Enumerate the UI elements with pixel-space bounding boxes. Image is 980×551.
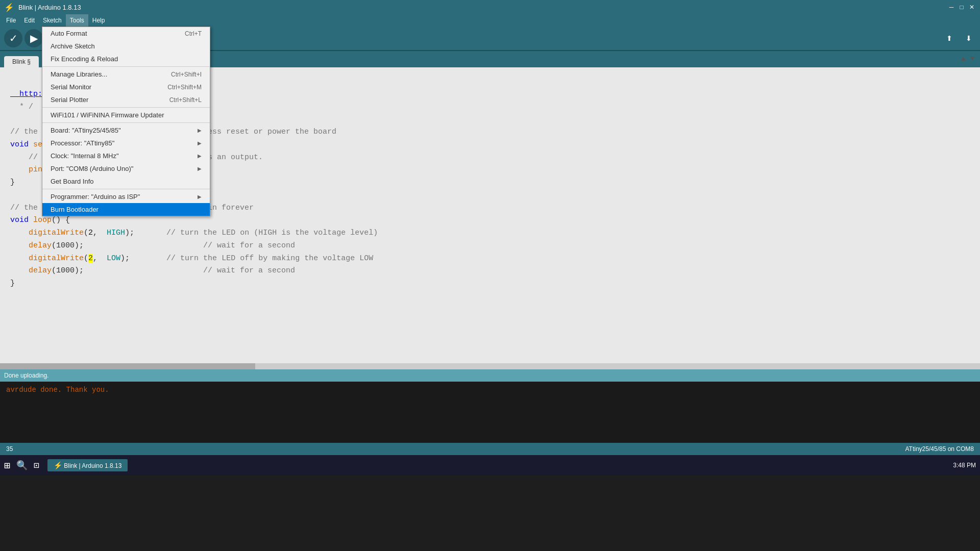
menu-processor-label: Processor: "ATtiny85" — [51, 139, 114, 147]
menu-programmer[interactable]: Programmer: "Arduino as ISP" ▶ — [42, 190, 210, 203]
menu-manage-libraries-label: Manage Libraries... — [51, 70, 107, 78]
menu-auto-format-shortcut: Ctrl+T — [185, 30, 202, 37]
menu-serial-plotter-label: Serial Plotter — [51, 96, 88, 104]
menu-divider-1 — [42, 66, 210, 67]
menu-burn-bootloader-label: Burn Bootloader — [51, 206, 99, 213]
menu-fix-encoding[interactable]: Fix Encoding & Reload — [42, 53, 210, 65]
menu-programmer-label: Programmer: "Arduino as ISP" — [51, 193, 140, 201]
menu-wifi-updater-label: WiFi101 / WiFiNINA Firmware Updater — [51, 111, 164, 119]
menu-get-board-info[interactable]: Get Board Info — [42, 175, 210, 188]
menu-serial-monitor-shortcut: Ctrl+Shift+M — [167, 84, 202, 91]
menu-auto-format-label: Auto Format — [51, 30, 87, 37]
menu-port-label: Port: "COM8 (Arduino Uno)" — [51, 165, 133, 172]
menu-port[interactable]: Port: "COM8 (Arduino Uno)" ▶ — [42, 162, 210, 175]
menu-divider-2 — [42, 107, 210, 108]
menu-manage-libraries[interactable]: Manage Libraries... Ctrl+Shift+I — [42, 68, 210, 81]
menu-serial-plotter-shortcut: Ctrl+Shift+L — [169, 96, 202, 104]
menu-fix-encoding-label: Fix Encoding & Reload — [51, 55, 118, 63]
menu-processor[interactable]: Processor: "ATtiny85" ▶ — [42, 137, 210, 149]
menu-manage-libraries-shortcut: Ctrl+Shift+I — [171, 71, 202, 78]
menu-burn-bootloader[interactable]: Burn Bootloader — [42, 203, 210, 216]
menu-divider-4 — [42, 189, 210, 189]
menu-clock-label: Clock: "Internal 8 MHz" — [51, 152, 119, 160]
menu-serial-monitor-label: Serial Monitor — [51, 83, 91, 91]
menu-overlay[interactable]: Auto Format Ctrl+T Archive Sketch Fix En… — [0, 0, 980, 551]
menu-auto-format[interactable]: Auto Format Ctrl+T — [42, 27, 210, 40]
menu-divider-3 — [42, 122, 210, 123]
menu-serial-plotter[interactable]: Serial Plotter Ctrl+Shift+L — [42, 93, 210, 106]
menu-archive-sketch-label: Archive Sketch — [51, 42, 95, 50]
menu-get-board-info-label: Get Board Info — [51, 178, 94, 185]
menu-clock[interactable]: Clock: "Internal 8 MHz" ▶ — [42, 149, 210, 162]
menu-board[interactable]: Board: "ATtiny25/45/85" ▶ — [42, 124, 210, 137]
menu-serial-monitor[interactable]: Serial Monitor Ctrl+Shift+M — [42, 81, 210, 93]
menu-board-label: Board: "ATtiny25/45/85" — [51, 127, 121, 134]
tools-dropdown-menu: Auto Format Ctrl+T Archive Sketch Fix En… — [42, 27, 210, 216]
menu-archive-sketch[interactable]: Archive Sketch — [42, 40, 210, 53]
menu-wifi-updater[interactable]: WiFi101 / WiFiNINA Firmware Updater — [42, 109, 210, 121]
